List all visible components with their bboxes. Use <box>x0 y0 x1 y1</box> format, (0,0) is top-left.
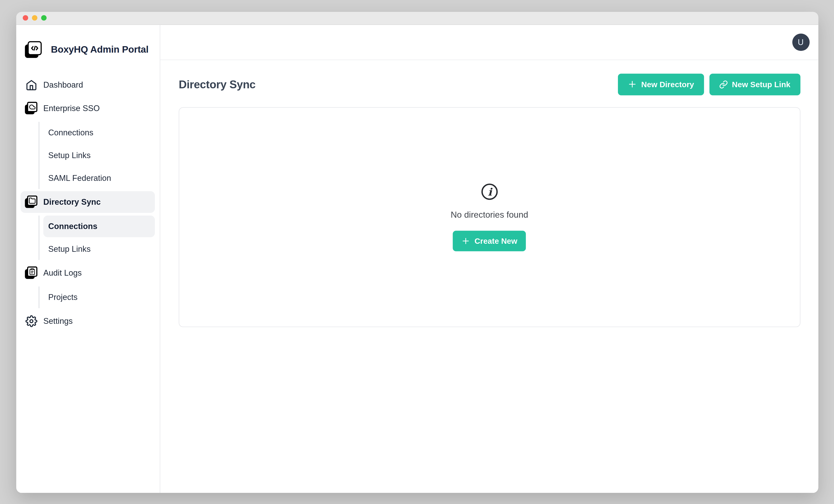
sidebar-subitem-label: SAML Federation <box>48 173 111 182</box>
page-actions: New Directory New Setup Link <box>618 73 800 95</box>
new-directory-button[interactable]: New Directory <box>618 73 704 95</box>
directory-sync-subnav: Connections Setup Links <box>38 215 155 260</box>
sidebar-subitem-label: Setup Links <box>48 151 90 160</box>
avatar-letter: U <box>798 38 804 47</box>
sidebar-nav: Dashboard Enterprise SSO <box>21 74 155 333</box>
page-title: Directory Sync <box>179 78 256 91</box>
plus-icon <box>462 237 470 245</box>
topbar: U <box>160 25 818 60</box>
boxyhq-logo-icon <box>25 41 42 58</box>
sidebar-item-enterprise-sso[interactable]: Enterprise SSO <box>21 97 155 119</box>
sidebar-subitem-dsync-setup-links[interactable]: Setup Links <box>43 238 155 260</box>
new-directory-label: New Directory <box>641 80 694 89</box>
main-area: Directory Sync New Directory <box>160 60 818 492</box>
new-setup-link-label: New Setup Link <box>732 80 790 89</box>
app-window: BoxyHQ Admin Portal Dashboard <box>16 12 818 492</box>
sso-cloud-box-icon <box>25 102 38 114</box>
audit-logs-subnav: Projects <box>38 286 155 308</box>
audit-clipboard-box-icon <box>25 266 38 279</box>
page-header: Directory Sync New Directory <box>179 73 800 95</box>
home-icon <box>25 79 38 91</box>
sidebar-subitem-label: Connections <box>48 221 97 231</box>
new-setup-link-button[interactable]: New Setup Link <box>709 73 800 95</box>
sidebar-item-dashboard[interactable]: Dashboard <box>21 74 155 96</box>
brand: BoxyHQ Admin Portal <box>25 41 155 58</box>
sidebar-item-label: Settings <box>43 316 73 325</box>
desktop: BoxyHQ Admin Portal Dashboard <box>0 0 834 504</box>
user-avatar[interactable]: U <box>792 33 810 51</box>
sidebar-item-label: Audit Logs <box>43 268 82 277</box>
sidebar-subitem-label: Projects <box>48 292 78 302</box>
sidebar-item-label: Directory Sync <box>43 197 101 206</box>
link-icon <box>719 80 728 89</box>
window-titlebar <box>16 12 818 24</box>
sidebar-item-directory-sync[interactable]: Directory Sync <box>21 191 155 213</box>
app-body: BoxyHQ Admin Portal Dashboard <box>16 25 818 492</box>
sidebar-subitem-dsync-connections[interactable]: Connections <box>43 215 155 237</box>
sidebar-subitem-saml-federation[interactable]: SAML Federation <box>43 167 155 189</box>
info-icon: i <box>480 182 499 201</box>
sidebar-subitem-label: Connections <box>48 128 93 137</box>
create-new-button[interactable]: Create New <box>453 231 526 251</box>
enterprise-sso-subnav: Connections Setup Links SAML Federation <box>38 122 155 189</box>
gear-icon <box>25 315 38 327</box>
empty-state-message: No directories found <box>451 210 528 220</box>
content-column: U Directory Sync New Directory <box>160 25 818 492</box>
sidebar-subitem-sso-setup-links[interactable]: Setup Links <box>43 144 155 166</box>
sidebar: BoxyHQ Admin Portal Dashboard <box>16 25 160 492</box>
directories-empty-card: i No directories found Create New <box>179 107 800 327</box>
sidebar-item-label: Dashboard <box>43 80 83 89</box>
minimize-window-icon[interactable] <box>32 15 37 21</box>
svg-text:i: i <box>488 186 492 198</box>
sidebar-subitem-sso-connections[interactable]: Connections <box>43 122 155 143</box>
zoom-window-icon[interactable] <box>41 15 47 21</box>
sidebar-subitem-projects[interactable]: Projects <box>43 286 155 308</box>
create-new-label: Create New <box>475 237 517 245</box>
sidebar-subitem-label: Setup Links <box>48 244 90 253</box>
close-window-icon[interactable] <box>23 15 28 21</box>
directory-folder-box-icon <box>25 196 38 208</box>
plus-icon <box>628 80 637 89</box>
brand-title: BoxyHQ Admin Portal <box>51 42 149 57</box>
sidebar-item-audit-logs[interactable]: Audit Logs <box>21 262 155 283</box>
sidebar-item-settings[interactable]: Settings <box>21 310 155 332</box>
sidebar-item-label: Enterprise SSO <box>43 104 100 113</box>
